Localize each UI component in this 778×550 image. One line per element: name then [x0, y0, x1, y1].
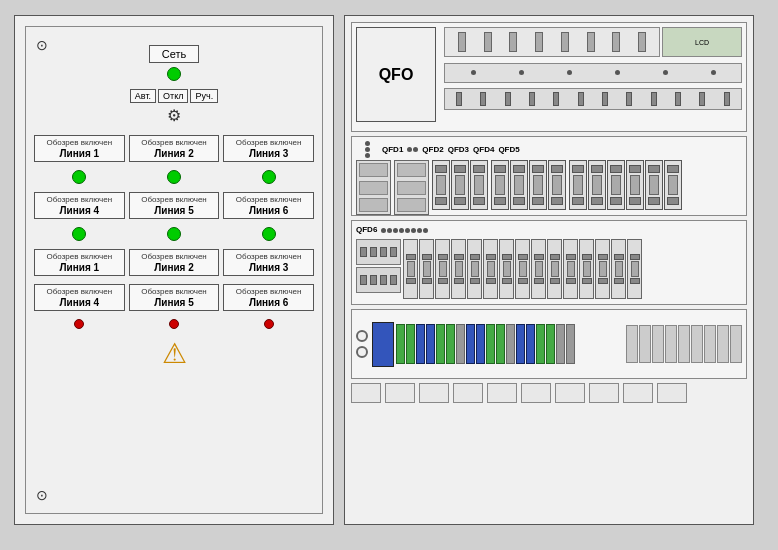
circle-connector [356, 346, 368, 358]
qfd-row-section: QFD1 QFD2 QFD3 QFD4 QFD5 [351, 136, 747, 216]
bs-top [454, 254, 464, 260]
seti-indicator-green [167, 67, 181, 81]
breaker-top [610, 165, 622, 173]
row1-indicators [34, 170, 314, 184]
bs-mid [455, 261, 463, 277]
line-box-3-2: Обозрев включен Линия 2 [129, 249, 220, 276]
dot [365, 141, 370, 146]
row4-grid: Обозрев включен Линия 4 Обозрев включен … [34, 284, 314, 311]
footer-box [419, 383, 449, 403]
breaker-top [572, 165, 584, 173]
bs-bot [534, 278, 544, 284]
qfd6-section: QFD6 [351, 220, 747, 305]
line-box-1-1: Обозрев включен Линия 1 [34, 135, 125, 162]
qfd4-label: QFD4 [473, 145, 494, 154]
row2-indicators [34, 227, 314, 241]
dot [365, 147, 370, 152]
breaker-mid [668, 175, 678, 195]
seti-section: Сеть [34, 45, 314, 81]
line-label-top: Обозрев включен [141, 252, 207, 261]
line-label-main: Линия 2 [154, 148, 194, 159]
qf0-section: QFO LCD [351, 22, 747, 132]
qfd6-breaker-small [563, 239, 578, 299]
breaker-top [532, 165, 544, 173]
bs-mid [471, 261, 479, 277]
qfd6-breaker-small [531, 239, 546, 299]
footer-box [657, 383, 687, 403]
qfd-breaker [529, 160, 547, 210]
bs-top [486, 254, 496, 260]
seti-button[interactable]: Сеть [149, 45, 199, 63]
right-panel: QFO LCD [344, 15, 754, 525]
row3-grid: Обозрев включен Линия 1 Обозрев включен … [34, 249, 314, 276]
rt [665, 325, 677, 363]
line-label-top: Обозрев включен [141, 195, 207, 204]
breaker-bot [610, 197, 622, 205]
avt-button[interactable]: Авт. [130, 89, 156, 103]
qfd-breaker [645, 160, 663, 210]
indicator-red-3 [264, 319, 274, 329]
qfd-components [356, 160, 742, 215]
bs-bot [422, 278, 432, 284]
dot [663, 70, 668, 75]
terminal-green [486, 324, 495, 364]
bs-top [550, 254, 560, 260]
footer-box [589, 383, 619, 403]
line-label-top: Обозрев включен [47, 252, 113, 261]
rt [730, 325, 742, 363]
bs-bot [454, 278, 464, 284]
rt [691, 325, 703, 363]
line-label-main: Линия 1 [60, 148, 100, 159]
corner-symbol-bl: ⊙ [36, 487, 48, 503]
qfd6-breaker-small [595, 239, 610, 299]
dot [365, 153, 370, 158]
line-label-top: Обозрев включен [141, 138, 207, 147]
line-label-top: Обозрев включен [236, 287, 302, 296]
qfd-breaker [470, 160, 488, 210]
line-label-main: Линия 5 [154, 297, 194, 308]
line-box-3-3: Обозрев включен Линия 3 [223, 249, 314, 276]
line-box-1-3: Обозрев включен Линия 3 [223, 135, 314, 162]
terminal-blue [526, 324, 535, 364]
ruch-button[interactable]: Руч. [190, 89, 218, 103]
qfd-breaker [626, 160, 644, 210]
terminal-blue [476, 324, 485, 364]
footer-row [351, 383, 747, 405]
qfd-breaker [664, 160, 682, 210]
row1-grid: Обозрев включен Линия 1 Обозрев включен … [34, 135, 314, 162]
breaker-mid [592, 175, 602, 195]
footer-box [555, 383, 585, 403]
qfd6-breaker-small [467, 239, 482, 299]
dot [519, 70, 524, 75]
bs-top [614, 254, 624, 260]
bs-bot [470, 278, 480, 284]
bs-mid [631, 261, 639, 277]
rt [652, 325, 664, 363]
avt-buttons: Авт. Откл Руч. [130, 89, 218, 103]
bs-bot [502, 278, 512, 284]
breaker-mid [552, 175, 562, 195]
qfd6-breaker-small [611, 239, 626, 299]
breaker-mid [455, 175, 465, 195]
breaker-bot [572, 197, 584, 205]
qfd6-breaker-small [515, 239, 530, 299]
qfd-breaker [569, 160, 587, 210]
bs-bot [614, 278, 624, 284]
breaker-top [667, 165, 679, 173]
warning-symbol: ⚠ [34, 337, 314, 370]
line-box-2-1: Обозрев включен Линия 4 [34, 192, 125, 219]
terminal-blue [416, 324, 425, 364]
terminal-green [446, 324, 455, 364]
line-label-top: Обозрев включен [47, 287, 113, 296]
bs-top [518, 254, 528, 260]
rt [678, 325, 690, 363]
terminal-green [436, 324, 445, 364]
terminal-blue [516, 324, 525, 364]
line-label-main: Линия 1 [60, 262, 100, 273]
qfd6-breaker-small [499, 239, 514, 299]
qf0-right: LCD [444, 27, 742, 127]
otk-button[interactable]: Откл [158, 89, 188, 103]
indicator-green-4 [72, 227, 86, 241]
bs-mid [535, 261, 543, 277]
breaker-mid [436, 175, 446, 195]
